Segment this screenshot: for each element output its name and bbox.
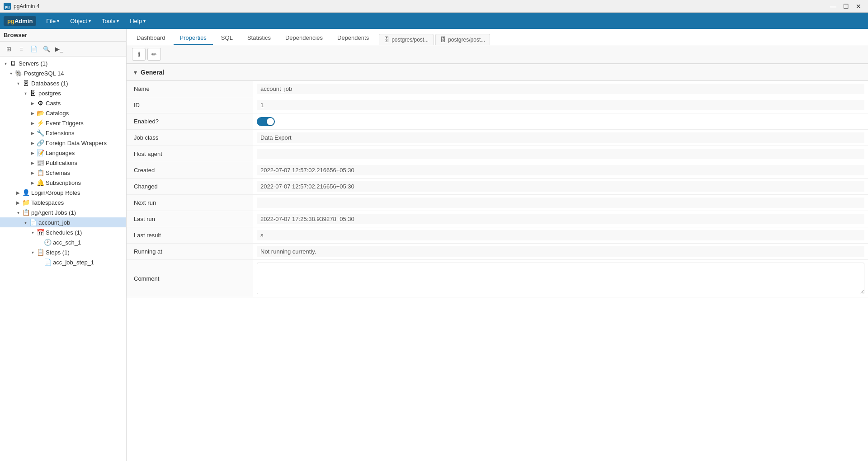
tree-item-servers[interactable]: ▾ 🖥 Servers (1) <box>0 58 126 68</box>
close-button[interactable]: ✕ <box>853 2 864 11</box>
tree-toggle: ▾ <box>7 70 14 77</box>
db-icon: 🗄 <box>440 36 446 43</box>
tree-toggle: ▾ <box>29 249 36 256</box>
sidebar-tool-properties[interactable]: 📄 <box>28 43 40 54</box>
field-label-host_agent: Host agent <box>127 146 253 162</box>
tree-item-schemas[interactable]: ▶ 📋 Schemas <box>0 168 126 178</box>
tree-item-pgagent[interactable]: ▾ 📋 pgAgent Jobs (1) <box>0 207 126 217</box>
properties-toolbar: ℹ ✏ <box>127 45 868 64</box>
tree-label: acc_job_step_1 <box>53 259 94 266</box>
sidebar-tool-terminal[interactable]: ▶_ <box>53 43 65 54</box>
tree-item-casts[interactable]: ▶ ⚙ Casts <box>0 98 126 108</box>
form-grid: NameIDEnabled?Job classHost agentCreated… <box>127 81 868 297</box>
input-created <box>257 165 864 175</box>
tree-item-extensions[interactable]: ▶ 🔧 Extensions <box>0 128 126 138</box>
input-job_class <box>257 132 864 143</box>
field-label-id: ID <box>127 97 253 113</box>
tree-label: Schedules (1) <box>46 229 82 236</box>
tree-icon-subscriptions: 🔔 <box>36 179 44 187</box>
tree-item-publications[interactable]: ▶ 📰 Publications <box>0 158 126 168</box>
field-label-created: Created <box>127 162 253 179</box>
file-menu-chevron: ▾ <box>57 19 59 24</box>
input-next_run <box>257 198 864 208</box>
tab-statistics[interactable]: Statistics <box>241 32 277 45</box>
tree-item-languages[interactable]: ▶ 📝 Languages <box>0 148 126 158</box>
tree-item-catalogs[interactable]: ▶ 📂 Catalogs <box>0 108 126 118</box>
tree-toggle: ▾ <box>22 219 29 226</box>
tree-label: acc_sch_1 <box>53 239 81 246</box>
info-button[interactable]: ℹ <box>132 48 146 61</box>
tree-item-event-triggers[interactable]: ▶ ⚡ Event Triggers <box>0 118 126 128</box>
db-tab-1[interactable]: 🗄postgres/post... <box>435 34 490 45</box>
tab-sql[interactable]: SQL <box>215 32 239 45</box>
app-logo: pgAdmin <box>4 16 36 26</box>
tree-item-tablespaces[interactable]: ▶ 📁 Tablespaces <box>0 198 126 207</box>
tree-label: Steps (1) <box>46 249 70 256</box>
tab-dependents[interactable]: Dependents <box>331 32 375 45</box>
tree-icon-event-triggers: ⚡ <box>36 119 44 127</box>
tree-icon-languages: 📝 <box>36 149 44 157</box>
tree-icon-login-roles: 👤 <box>22 188 30 197</box>
file-menu[interactable]: File ▾ <box>42 16 64 26</box>
tree-item-subscriptions[interactable]: ▶ 🔔 Subscriptions <box>0 178 126 188</box>
sidebar-toolbar: ⊞ ≡ 📄 🔍 ▶_ <box>0 42 126 56</box>
tree-label: Login/Group Roles <box>31 189 80 196</box>
input-id <box>257 100 864 110</box>
field-value-comment[interactable] <box>253 260 868 297</box>
db-tab-0[interactable]: 🗄postgres/post... <box>379 34 434 45</box>
field-label-job_class: Job class <box>127 130 253 146</box>
toggle-enabled[interactable] <box>257 117 275 126</box>
tab-dashboard[interactable]: Dashboard <box>130 32 172 45</box>
help-menu[interactable]: Help ▾ <box>125 16 150 26</box>
sidebar-tool-search[interactable]: 🔍 <box>41 43 52 54</box>
sidebar-tool-grid[interactable]: ⊞ <box>3 43 14 54</box>
db-tab-label: postgres/post... <box>448 37 485 43</box>
tree-item-schedules[interactable]: ▾ 📅 Schedules (1) <box>0 227 126 237</box>
field-value-host_agent <box>253 146 868 162</box>
tree-item-steps[interactable]: ▾ 📋 Steps (1) <box>0 247 126 257</box>
input-host_agent <box>257 149 864 159</box>
tree-icon-tablespaces: 📁 <box>22 198 30 207</box>
section-toggle[interactable]: ▾ <box>134 69 137 76</box>
tools-menu-chevron: ▾ <box>117 19 119 24</box>
textarea-comment[interactable] <box>257 263 864 294</box>
tree-item-database[interactable]: ▾ 🗄 postgres <box>0 88 126 98</box>
field-label-comment: Comment <box>127 260 253 297</box>
tree-label: Casts <box>46 100 61 107</box>
section-title: General <box>141 69 164 76</box>
tree-toggle: ▶ <box>29 139 36 146</box>
edit-button[interactable]: ✏ <box>147 48 161 61</box>
input-last_run <box>257 214 864 224</box>
tree-item-login-roles[interactable]: ▶ 👤 Login/Group Roles <box>0 188 126 198</box>
tree-toggle: ▾ <box>22 89 29 97</box>
tree-label: Subscriptions <box>46 179 81 186</box>
tree-label: Schemas <box>46 169 70 176</box>
app-icon: pg <box>4 3 11 10</box>
tree-item-foreign-data[interactable]: ▶ 🔗 Foreign Data Wrappers <box>0 138 126 148</box>
tree-label: account_job <box>38 219 70 226</box>
field-value-running_at <box>253 244 868 260</box>
object-menu[interactable]: Object ▾ <box>66 16 95 26</box>
content-area: DashboardPropertiesSQLStatisticsDependen… <box>127 29 868 461</box>
field-value-enabled[interactable] <box>253 113 868 130</box>
tree-toggle: ▶ <box>29 109 36 117</box>
tree-icon-server: 🐘 <box>14 69 23 77</box>
tree-item-job[interactable]: ▾ 📄 account_job <box>0 217 126 227</box>
sidebar-tool-list[interactable]: ≡ <box>15 43 27 54</box>
tree-label: Foreign Data Wrappers <box>46 140 107 146</box>
tree-item-schedule[interactable]: 🕐 acc_sch_1 <box>0 237 126 247</box>
tab-properties[interactable]: Properties <box>174 32 213 45</box>
field-value-changed <box>253 179 868 195</box>
tree-icon-extensions: 🔧 <box>36 129 44 137</box>
minimize-button[interactable]: — <box>827 2 839 11</box>
db-tab-label: postgres/post... <box>392 37 429 43</box>
tree-item-step[interactable]: 📄 acc_job_step_1 <box>0 257 126 267</box>
field-value-last_result <box>253 227 868 244</box>
tab-bar: DashboardPropertiesSQLStatisticsDependen… <box>127 29 868 45</box>
tools-menu[interactable]: Tools ▾ <box>97 16 123 26</box>
tree-item-server[interactable]: ▾ 🐘 PostgreSQL 14 <box>0 68 126 78</box>
maximize-button[interactable]: ☐ <box>840 2 852 11</box>
title-bar: pg pgAdmin 4 — ☐ ✕ <box>0 0 868 13</box>
tree-item-databases[interactable]: ▾ 🗄 Databases (1) <box>0 78 126 88</box>
tab-dependencies[interactable]: Dependencies <box>279 32 329 45</box>
